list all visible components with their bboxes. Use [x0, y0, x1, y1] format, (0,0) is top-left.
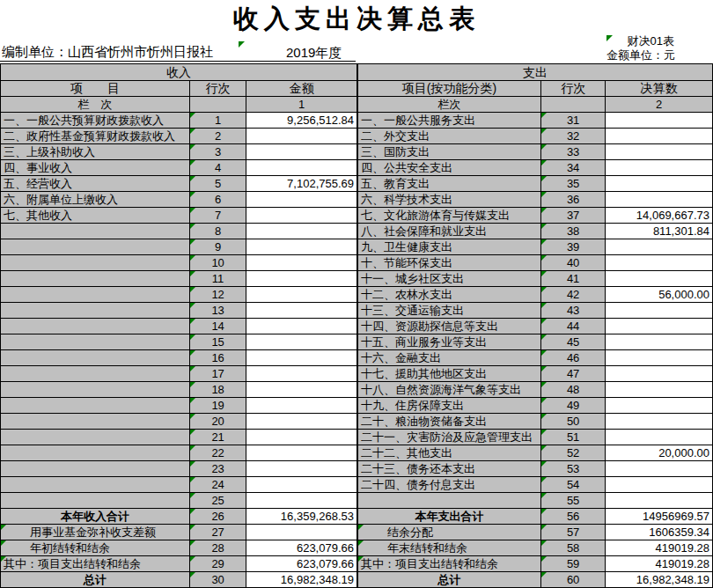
expenditure-line-cell[interactable]: 52: [540, 445, 605, 461]
income-amount-cell[interactable]: [246, 477, 357, 493]
expenditure-item-cell[interactable]: 十八、自然资源海洋气象等支出: [358, 382, 541, 398]
income-amount-cell[interactable]: [246, 303, 357, 319]
expenditure-col-line-header[interactable]: 行次: [540, 81, 605, 97]
income-item-cell[interactable]: [1, 350, 190, 366]
expenditure-line-cell[interactable]: 39: [540, 239, 605, 255]
income-item-cell[interactable]: 二、政府性基金预算财政拨款收入: [1, 129, 190, 144]
expenditure-line-cell[interactable]: 40: [540, 255, 605, 271]
expenditure-item-cell[interactable]: 二十二、其他支出: [358, 445, 541, 461]
expenditure-item-cell[interactable]: 十七、援助其他地区支出: [358, 366, 541, 382]
income-item-cell[interactable]: 年初结转和结余: [1, 540, 190, 556]
expenditure-amount-cell[interactable]: [606, 160, 713, 176]
expenditure-amount-cell[interactable]: [606, 192, 713, 208]
income-item-cell[interactable]: [1, 461, 190, 477]
expenditure-line-cell[interactable]: 36: [540, 192, 605, 208]
expenditure-col-item-header[interactable]: 项目(按功能分类): [358, 81, 541, 97]
expenditure-item-cell[interactable]: 十三、交通运输支出: [358, 303, 541, 319]
expenditure-amount-cell[interactable]: [606, 303, 713, 319]
expenditure-amount-cell[interactable]: [606, 113, 713, 129]
expenditure-amount-cell[interactable]: 16,982,348.19: [606, 572, 713, 588]
expenditure-line-cell[interactable]: 31: [540, 113, 605, 129]
income-line-cell[interactable]: 25: [189, 493, 246, 509]
income-line-cell[interactable]: 15: [189, 334, 246, 350]
income-amount-cell[interactable]: [246, 445, 357, 461]
expenditure-line-cell[interactable]: 46: [540, 350, 605, 366]
income-amount-cell[interactable]: [246, 208, 357, 224]
expenditure-amount-cell[interactable]: [606, 255, 713, 271]
expenditure-item-cell[interactable]: 二十、粮油物资储备支出: [358, 414, 541, 430]
income-line-cell[interactable]: 12: [189, 287, 246, 303]
income-item-cell[interactable]: [1, 366, 190, 382]
income-amount-cell[interactable]: [246, 239, 357, 255]
income-item-cell[interactable]: 一、一般公共预算财政拨款收入: [1, 113, 190, 129]
expenditure-line-cell[interactable]: 32: [540, 129, 605, 144]
income-item-cell[interactable]: [1, 493, 190, 509]
income-line-cell[interactable]: 11: [189, 271, 246, 287]
expenditure-amount-cell[interactable]: 14956969.57: [606, 509, 713, 525]
expenditure-item-cell[interactable]: 五、教育支出: [358, 176, 541, 192]
expenditure-amount-cell[interactable]: 1606359.34: [606, 525, 713, 540]
income-amount-cell[interactable]: [246, 461, 357, 477]
income-amount-cell[interactable]: [246, 350, 357, 366]
expenditure-item-cell[interactable]: 本年支出合计: [358, 509, 541, 525]
expenditure-amount-cell[interactable]: [606, 493, 713, 509]
expenditure-amount-cell[interactable]: [606, 129, 713, 144]
expenditure-item-cell[interactable]: 十四、资源勘探信息等支出: [358, 319, 541, 334]
income-item-cell[interactable]: [1, 303, 190, 319]
expenditure-amount-cell[interactable]: [606, 350, 713, 366]
expenditure-amount-cell[interactable]: 56,000.00: [606, 287, 713, 303]
expenditure-amount-cell[interactable]: [606, 398, 713, 414]
expenditure-line-cell[interactable]: 49: [540, 398, 605, 414]
income-item-cell[interactable]: 四、事业收入: [1, 160, 190, 176]
income-colindex-label[interactable]: 栏 次: [1, 97, 190, 113]
income-colindex-line[interactable]: [189, 97, 246, 113]
expenditure-line-cell[interactable]: 57: [540, 525, 605, 540]
expenditure-amount-cell[interactable]: 14,069,667.73: [606, 208, 713, 224]
income-line-cell[interactable]: 2: [189, 129, 246, 144]
income-line-cell[interactable]: 21: [189, 430, 246, 445]
expenditure-amount-cell[interactable]: [606, 382, 713, 398]
expenditure-line-cell[interactable]: 37: [540, 208, 605, 224]
income-line-cell[interactable]: 6: [189, 192, 246, 208]
income-item-cell[interactable]: [1, 430, 190, 445]
expenditure-line-cell[interactable]: 38: [540, 224, 605, 239]
income-item-cell[interactable]: 总计: [1, 572, 190, 588]
expenditure-amount-cell[interactable]: [606, 334, 713, 350]
expenditure-line-cell[interactable]: 47: [540, 366, 605, 382]
expenditure-item-cell[interactable]: 一、一般公共服务支出: [358, 113, 541, 129]
expenditure-amount-cell[interactable]: 419019.28: [606, 540, 713, 556]
expenditure-item-cell[interactable]: 十一、城乡社区支出: [358, 271, 541, 287]
expenditure-amount-cell[interactable]: [606, 366, 713, 382]
expenditure-item-cell[interactable]: 十九、住房保障支出: [358, 398, 541, 414]
income-amount-cell[interactable]: [246, 160, 357, 176]
expenditure-amount-cell[interactable]: 419019.28: [606, 556, 713, 572]
income-amount-cell[interactable]: [246, 493, 357, 509]
expenditure-colindex-label[interactable]: 栏次: [358, 97, 541, 113]
income-amount-cell[interactable]: [246, 144, 357, 160]
expenditure-line-cell[interactable]: 44: [540, 319, 605, 334]
expenditure-line-cell[interactable]: 41: [540, 271, 605, 287]
expenditure-line-cell[interactable]: 33: [540, 144, 605, 160]
income-amount-cell[interactable]: [246, 287, 357, 303]
income-col-line-header[interactable]: 行次: [189, 81, 246, 97]
income-line-cell[interactable]: 14: [189, 319, 246, 334]
expenditure-line-cell[interactable]: 60: [540, 572, 605, 588]
income-item-cell[interactable]: [1, 239, 190, 255]
expenditure-line-cell[interactable]: 34: [540, 160, 605, 176]
expenditure-line-cell[interactable]: 54: [540, 477, 605, 493]
income-amount-cell[interactable]: 16,359,268.53: [246, 509, 357, 525]
expenditure-item-cell[interactable]: 结余分配: [358, 525, 541, 540]
expenditure-line-cell[interactable]: 56: [540, 509, 605, 525]
expenditure-item-cell[interactable]: 年末结转和结余: [358, 540, 541, 556]
income-item-cell[interactable]: [1, 271, 190, 287]
expenditure-amount-cell[interactable]: [606, 176, 713, 192]
expenditure-line-cell[interactable]: 45: [540, 334, 605, 350]
expenditure-item-cell[interactable]: 三、国防支出: [358, 144, 541, 160]
expenditure-amount-cell[interactable]: 811,301.84: [606, 224, 713, 239]
expenditure-amount-cell[interactable]: [606, 271, 713, 287]
expenditure-line-cell[interactable]: 48: [540, 382, 605, 398]
expenditure-amount-cell[interactable]: [606, 461, 713, 477]
income-line-cell[interactable]: 30: [189, 572, 246, 588]
income-line-cell[interactable]: 17: [189, 366, 246, 382]
expenditure-line-cell[interactable]: 55: [540, 493, 605, 509]
